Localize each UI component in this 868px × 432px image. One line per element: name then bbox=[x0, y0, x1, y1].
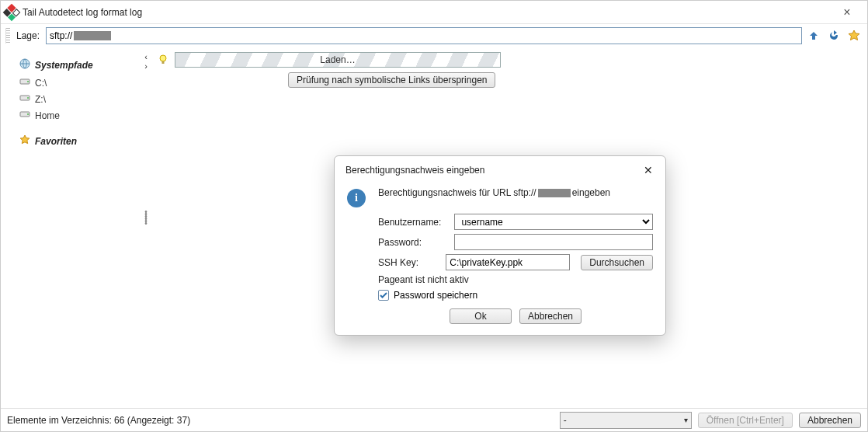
dialog-cancel-button[interactable]: Abbrechen bbox=[519, 308, 582, 324]
drive-icon bbox=[19, 109, 30, 122]
pageant-note: Pageant ist nicht aktiv bbox=[378, 274, 653, 285]
nav-up-button[interactable] bbox=[805, 27, 822, 44]
window-close-button[interactable]: × bbox=[832, 5, 863, 19]
drive-icon bbox=[19, 76, 30, 89]
sshkey-label: SSH Key: bbox=[378, 257, 439, 268]
sidebar-item-label: Home bbox=[35, 110, 60, 121]
reload-button[interactable] bbox=[825, 27, 842, 44]
sidebar-item-drive-z[interactable]: Z:\ bbox=[5, 91, 136, 107]
dialog-buttons: Ok Abbrechen bbox=[378, 308, 653, 324]
favorite-button[interactable] bbox=[845, 27, 863, 44]
cancel-button[interactable]: Abbrechen bbox=[799, 413, 861, 428]
username-row: Benutzername: username bbox=[378, 214, 653, 230]
globe-icon bbox=[19, 58, 30, 71]
star-icon bbox=[848, 30, 860, 42]
app-icon bbox=[3, 3, 21, 21]
address-text: sftp:// bbox=[50, 30, 72, 41]
dialog-message: Berechtigungsnachweis für URL sftp:// ei… bbox=[378, 187, 610, 198]
chevron-left-icon[interactable]: ‹ bbox=[144, 52, 148, 61]
app-window: Tail Autodetect log format log × Lage: s… bbox=[0, 0, 868, 432]
dialog-info-row: i Berechtigungsnachweis für URL sftp:// … bbox=[347, 187, 653, 207]
address-input[interactable]: sftp:// bbox=[46, 27, 802, 44]
dialog-body: i Berechtigungsnachweis für URL sftp:// … bbox=[335, 183, 665, 335]
sidebar-heading-systempaths: Systempfade bbox=[19, 58, 136, 71]
loading-row: Laden… bbox=[158, 52, 861, 68]
sidebar-systempaths-label: Systempfade bbox=[35, 60, 93, 71]
save-password-checkbox[interactable] bbox=[378, 290, 389, 301]
check-icon bbox=[380, 291, 387, 299]
svg-point-7 bbox=[160, 55, 166, 61]
skip-symlinks-button[interactable]: Prüfung nach symbolische Links übersprin… bbox=[288, 72, 495, 88]
sidebar-heading-favorites: Favoriten bbox=[19, 134, 136, 148]
bulb-icon bbox=[158, 54, 168, 67]
progress-text: Laden… bbox=[320, 54, 355, 65]
sidebar-item-home[interactable]: Home bbox=[5, 107, 136, 124]
sidebar-favorites-label: Favoriten bbox=[35, 136, 77, 147]
dialog-message-prefix: Berechtigungsnachweis für URL sftp:// bbox=[378, 187, 536, 198]
filter-value: - bbox=[564, 415, 567, 426]
dialog-message-redacted bbox=[538, 189, 571, 197]
sidebar-item-label: C:\ bbox=[35, 78, 47, 89]
drive-icon bbox=[19, 92, 30, 106]
skip-row: Prüfung nach symbolische Links übersprin… bbox=[288, 72, 861, 88]
address-redacted bbox=[74, 31, 111, 40]
dialog-close-button[interactable]: ✕ bbox=[641, 164, 656, 176]
save-password-row[interactable]: Password speichern bbox=[378, 290, 653, 301]
info-icon: i bbox=[347, 189, 366, 207]
splitter[interactable]: ‹ › •••••• bbox=[141, 47, 151, 408]
sshkey-row: SSH Key: Durchsuchen bbox=[378, 254, 653, 270]
svg-point-6 bbox=[27, 113, 29, 115]
svg-point-2 bbox=[27, 81, 29, 82]
window-title: Tail Autodetect log format log bbox=[23, 7, 832, 18]
chevron-down-icon: ▾ bbox=[684, 416, 688, 424]
sidebar-item-drive-c[interactable]: C:\ bbox=[5, 75, 136, 91]
password-row: Password: bbox=[378, 234, 653, 250]
svg-rect-8 bbox=[162, 61, 165, 64]
reload-icon bbox=[828, 30, 840, 42]
username-label: Benutzername: bbox=[378, 217, 448, 228]
progress-bar: Laden… bbox=[175, 52, 501, 68]
arrow-up-icon bbox=[807, 30, 820, 42]
dialog-titlebar: Berechtigungsnachweis eingeben ✕ bbox=[335, 156, 665, 183]
credentials-dialog: Berechtigungsnachweis eingeben ✕ i Berec… bbox=[334, 155, 666, 336]
sidebar: Systempfade C:\ Z:\ Home Favoriten bbox=[1, 47, 141, 408]
sshkey-input[interactable] bbox=[446, 254, 570, 270]
toolbar-grip bbox=[5, 28, 10, 44]
dialog-form: Benutzername: username Password: SSH Key… bbox=[378, 214, 653, 324]
dialog-message-suffix: eingeben bbox=[572, 187, 610, 198]
svg-point-4 bbox=[27, 97, 29, 99]
browse-button[interactable]: Durchsuchen bbox=[581, 255, 653, 270]
ok-button[interactable]: Ok bbox=[450, 308, 512, 324]
password-input[interactable] bbox=[454, 234, 653, 250]
open-button: Öffnen [Ctrl+Enter] bbox=[698, 413, 793, 428]
username-select[interactable]: username bbox=[454, 214, 653, 230]
save-password-label: Password speichern bbox=[394, 290, 477, 301]
address-label: Lage: bbox=[16, 30, 40, 41]
chevron-right-icon[interactable]: › bbox=[144, 61, 148, 71]
sidebar-item-label: Z:\ bbox=[35, 94, 46, 105]
titlebar: Tail Autodetect log format log × bbox=[1, 1, 867, 24]
address-toolbar: Lage: sftp:// bbox=[1, 24, 867, 47]
filter-combo[interactable]: - ▾ bbox=[560, 412, 692, 429]
password-label: Password: bbox=[378, 237, 448, 248]
dialog-title: Berechtigungsnachweis eingeben bbox=[345, 165, 641, 176]
star-icon bbox=[19, 134, 30, 148]
status-text: Elemente im Verzeichnis: 66 (Angezeigt: … bbox=[7, 415, 554, 426]
splitter-handle[interactable]: •••••• bbox=[144, 211, 148, 225]
statusbar: Elemente im Verzeichnis: 66 (Angezeigt: … bbox=[1, 408, 867, 431]
